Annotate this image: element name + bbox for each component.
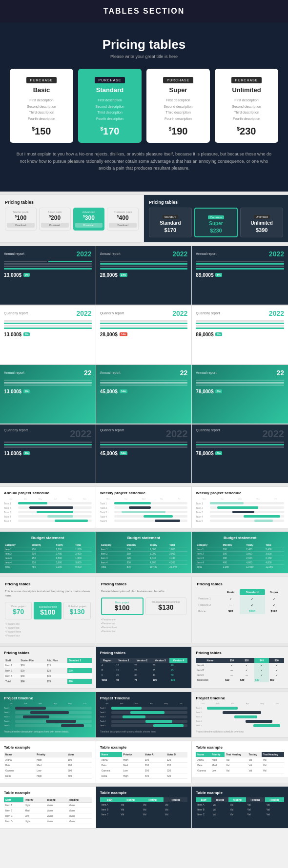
- timeline-cell-1: Project timeline Jan Feb Mar Apr May Jun…: [0, 692, 96, 738]
- rp-unlimited-name: Unlimited: [242, 220, 281, 226]
- timeline-desc-1: Project timeline description text goes h…: [4, 730, 92, 734]
- pricing-left-title: Pricing tables: [5, 200, 139, 205]
- timeline-tasks-1: Task 1 Task 2 Task 3 Task 4 Task 5: [4, 707, 92, 727]
- pm-plan-basic: Basic project $70: [5, 602, 32, 619]
- te2-cell-1: Table example Staff Priority Testing Hea…: [0, 787, 96, 829]
- pricing-mid-cell-2: Pricing tables Detailed description of p…: [96, 577, 192, 643]
- page-header: TABLES SECTION: [0, 0, 288, 22]
- gantt-annual-card: Annual project schedule Jan Mar May Jul …: [0, 487, 96, 528]
- pricing-mid-cell-1: Pricing tables This is some descriptive …: [0, 577, 96, 643]
- plan-starter: Starter pack $100 Download: [5, 208, 37, 231]
- pricing-right-plans: Standard Standard $170 Common Super $230…: [149, 208, 283, 237]
- starter-price: $100: [7, 214, 35, 221]
- pm-unlimited-label: Unlimited project: [66, 605, 87, 608]
- basic-mini-price: $200: [41, 214, 69, 221]
- te2-title-3: Table example: [196, 791, 284, 795]
- budget-card-1: Budget statement CategoryMonthlyYearlyTo…: [0, 532, 96, 573]
- gantt-label-3: Task 3: [4, 511, 16, 514]
- pm2-standard-label: Standard project unlimited: [148, 600, 184, 603]
- plan-advanced: Advanced $300 Download: [73, 208, 105, 231]
- basic-mini-label: Basic pack: [41, 211, 69, 213]
- gantt-label-2: Task 2: [4, 506, 16, 509]
- quarterly-reports-light: Quarterly report 2022 13,000$9% Quarterl…: [0, 305, 288, 365]
- gantt-w1-row-5: Task 5: [100, 520, 188, 522]
- quarterly-light-2: Quarterly report 2022 28,000$14%: [96, 306, 192, 365]
- starter-btn[interactable]: Download: [7, 223, 35, 228]
- dt-table-2: Region Version 1 Version 2 Version 3 Ver…: [100, 658, 188, 682]
- budget-card-2: Budget statement CategoryMonthlyYearlyTo…: [96, 532, 192, 573]
- plan-standard: PURCHASE Standard First descriptionSecon…: [78, 69, 142, 143]
- rp-super: Common Super $230: [194, 208, 238, 237]
- pricing-mid-content-2: Pricing tables Detailed description of p…: [96, 577, 192, 638]
- budget-table-3: CategoryMonthlyYearlyTotal Item 12002,40…: [196, 543, 284, 569]
- page-title: TABLES SECTION: [103, 7, 185, 15]
- hero-description: But I must explain to you how a No-one r…: [10, 151, 278, 172]
- gantt-weekly-title-2: Weekly project schedule: [196, 491, 284, 495]
- pm-standard-val: $100: [37, 608, 58, 616]
- premium-btn[interactable]: Download: [109, 223, 137, 228]
- pricing-mid-title-3: Pricing tables: [197, 582, 283, 586]
- qt-card-3: Quarterly report 2022 78,000$8%: [192, 424, 288, 483]
- at-label-1: Annual report: [4, 371, 24, 374]
- pm2-plan-basic: Basic project $100: [101, 598, 144, 615]
- report-card-dark-2: Annual report 2022 28,000$14%: [96, 246, 192, 305]
- te2-card-3: Table example Staff Testing Testing Head…: [192, 787, 288, 821]
- purchase-btn-basic[interactable]: PURCHASE: [26, 77, 57, 83]
- annual-report-dark-1: Annual report 2022 13,000$9%: [0, 246, 96, 305]
- advanced-btn[interactable]: Download: [75, 223, 103, 228]
- basic-mini-btn[interactable]: Download: [41, 223, 69, 228]
- ql-card-3: Quarterly report 2022 89,000$8%: [192, 306, 288, 364]
- plan-desc-basic: First descriptionSecond descriptionThird…: [15, 97, 68, 122]
- purchase-btn-unlimited[interactable]: PURCHASE: [231, 77, 262, 83]
- report-card-dark-1: Annual report 2022 13,000$9%: [0, 246, 96, 305]
- budget-row: Budget statement CategoryMonthlyYearlyTo…: [0, 531, 288, 574]
- annual-teal-3: Annual report 22 78,000$8%: [192, 365, 288, 424]
- te-card-2: Table example Name Priority Value A Valu…: [96, 741, 192, 783]
- dt-content-1: Pricing tables Staff Starter Plan Adv. P…: [0, 647, 96, 688]
- gantt-w1-row-1: Task 1: [100, 502, 188, 505]
- budget-cell-3: Budget statement CategoryMonthlyYearlyTo…: [192, 532, 288, 574]
- purchase-btn-super[interactable]: PURCHASE: [163, 77, 194, 83]
- timeline-tasks-2: Task 1 Task 2 Task 3 Task 4 Task 5: [100, 707, 188, 727]
- gantt-label-1: Task 1: [4, 502, 16, 505]
- pricing-left-cell: Pricing tables Starter pack $100 Downloa…: [0, 195, 144, 243]
- gantt-weekly-2: Weekly project schedule Mon Tue Wed Thu …: [192, 487, 288, 528]
- at-amount-2: 45,000$14%: [100, 389, 188, 394]
- plan-price-basic: $150: [15, 126, 68, 137]
- purchase-btn-standard[interactable]: PURCHASE: [95, 77, 125, 83]
- te-cell-3: Table example Name Priority Test Heading…: [192, 741, 288, 783]
- gantt-w1-label-1: Task 1: [100, 502, 112, 505]
- ql-label-2: Quarterly report: [100, 311, 124, 315]
- qt-year-bg-1: 2022: [4, 428, 92, 440]
- gantt-row: Annual project schedule Jan Mar May Jul …: [0, 486, 288, 528]
- te-table-3: Name Priority Test Heading Testing Test …: [196, 752, 284, 773]
- pm-unlimited-val: $130: [66, 608, 87, 616]
- plan-premium: Premium pack $400 Download: [107, 208, 139, 231]
- gantt-w2-label-2: Task 2: [196, 506, 208, 509]
- gantt-row-1: Task 1: [4, 502, 92, 505]
- qt-cell-1: Quarterly report 2022 13,000$9%: [0, 424, 96, 483]
- annual-teal-1: Annual report 22 13,000$9%: [0, 365, 96, 424]
- hero-subtitle: Please write your great title is here: [10, 54, 278, 59]
- hero-pricing-cards: PURCHASE Basic First descriptionSecond d…: [10, 69, 278, 143]
- qt-year-bg-3: 2022: [196, 428, 284, 440]
- gantt-w1-row-2: Task 2: [100, 506, 188, 509]
- timeline-title-2: Project Timeline: [100, 696, 188, 700]
- gantt-weekly-card-2: Weekly project schedule Mon Tue Wed Thu …: [192, 487, 288, 528]
- dt-content-2: Pricing tables Region Version 1 Version …: [96, 647, 192, 686]
- premium-price: $400: [109, 214, 137, 221]
- dt-table-1: Staff Starter Plan Adv. Plan Standard 2 …: [4, 658, 92, 684]
- ql-label-3: Quarterly report: [196, 311, 220, 315]
- gantt-w1-label-4: Task 4: [100, 515, 112, 518]
- pm-basic-val: $70: [8, 608, 29, 616]
- te2-table-1: Staff Priority Testing Heading Item AHig…: [4, 797, 92, 824]
- te2-card-1: Table example Staff Priority Testing Hea…: [0, 787, 96, 828]
- pm-features: • Feature one • Feature two • Feature th…: [5, 622, 91, 637]
- te-cell-2: Table example Name Priority Value A Valu…: [96, 741, 192, 783]
- timeline-card-2: Project Timeline Jan Feb Mar Apr May Jun…: [96, 692, 192, 738]
- plan-basic: PURCHASE Basic First descriptionSecond d…: [10, 69, 73, 143]
- gantt-w1-label-3: Task 3: [100, 511, 112, 514]
- pm2-standard-val: $130: [148, 603, 184, 611]
- ql-amount-3: 89,000$8%: [196, 332, 284, 337]
- te-card-3: Table example Name Priority Test Heading…: [192, 741, 288, 777]
